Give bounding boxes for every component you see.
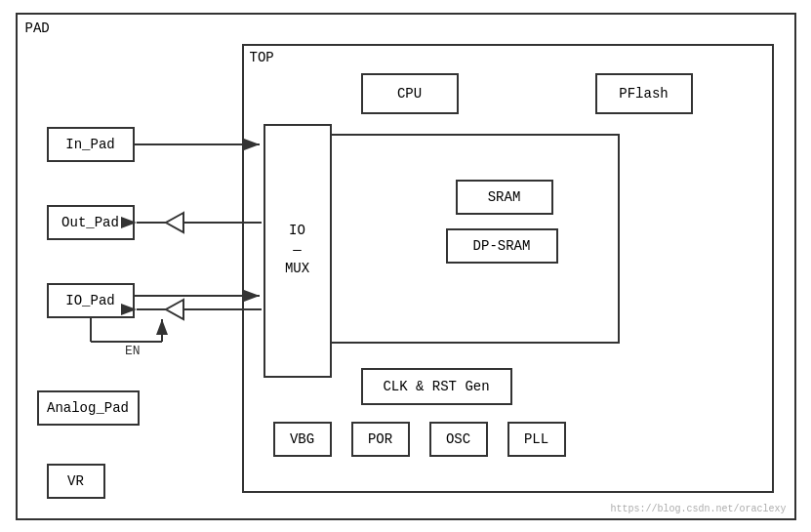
watermark: https://blog.csdn.net/oraclexy bbox=[610, 504, 786, 514]
svg-marker-4 bbox=[166, 213, 183, 232]
vr-block: VR bbox=[47, 464, 105, 499]
dp-sram-block: DP-SRAM bbox=[446, 228, 558, 264]
por-block: POR bbox=[351, 422, 410, 457]
diagram-container: PAD TOP CPU PFlash CORE SRAM DP-SRAM CLK… bbox=[16, 13, 796, 520]
sram-block: SRAM bbox=[456, 180, 553, 215]
io-mux-label: IO—MUX bbox=[285, 222, 309, 279]
pad-label: PAD bbox=[25, 20, 50, 36]
svg-text:EN: EN bbox=[125, 344, 141, 358]
svg-marker-8 bbox=[166, 300, 183, 319]
vbg-block: VBG bbox=[273, 422, 332, 457]
io-mux-block: IO—MUX bbox=[264, 124, 332, 378]
top-box: TOP CPU PFlash CORE SRAM DP-SRAM CLK & R… bbox=[242, 44, 774, 493]
out-pad-block: Out_Pad bbox=[47, 205, 135, 240]
osc-block: OSC bbox=[429, 422, 488, 457]
in-pad-block: In_Pad bbox=[47, 127, 135, 162]
pll-block: PLL bbox=[507, 422, 566, 457]
pflash-block: PFlash bbox=[595, 73, 693, 114]
top-label: TOP bbox=[250, 50, 274, 65]
clk-rst-block: CLK & RST Gen bbox=[361, 368, 512, 405]
cpu-block: CPU bbox=[361, 73, 459, 114]
io-pad-block: IO_Pad bbox=[47, 283, 135, 318]
analog-pad-block: Analog_Pad bbox=[37, 390, 140, 426]
